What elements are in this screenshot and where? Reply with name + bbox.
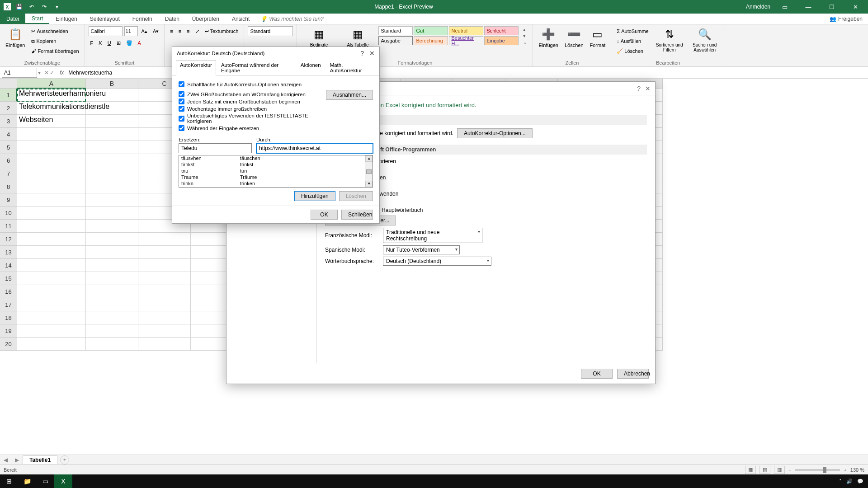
zoom-slider[interactable] [795, 469, 840, 471]
select-all-corner[interactable] [0, 79, 17, 89]
tab-formeln[interactable]: Formeln [126, 14, 159, 24]
style-neutral[interactable]: Neutral [449, 26, 483, 35]
sheet-tab-1[interactable]: Tabelle1 [23, 455, 57, 464]
cell-A18[interactable] [17, 311, 86, 324]
cell-A3[interactable]: Webseiten [17, 115, 86, 128]
french-modes-select[interactable]: Traditionelle und neue Rechtschreibung [383, 228, 482, 243]
format-painter-button[interactable]: 🖌Format übertragen [29, 46, 80, 56]
tab-daten[interactable]: Daten [159, 14, 186, 24]
autocorrect-list-row[interactable]: TraumeTräume [179, 174, 365, 181]
style-standard[interactable]: Standard [378, 26, 413, 35]
cell-B17[interactable] [86, 298, 138, 311]
check-capitalize-weekdays[interactable]: Wochentage immer großschreiben [179, 106, 321, 112]
paste-button[interactable]: 📋 Einfügen [4, 26, 27, 49]
font-color-button[interactable]: A [136, 39, 143, 47]
tab-einfuegen[interactable]: Einfügen [49, 14, 83, 24]
autocorrect-list-row[interactable]: tirnksttrinkst [179, 162, 365, 168]
cell-B16[interactable] [86, 285, 138, 298]
zoom-thumb[interactable] [823, 467, 826, 473]
cell-B11[interactable] [86, 220, 138, 233]
cell-B3[interactable] [86, 115, 138, 128]
tab-seitenlayout[interactable]: Seitenlayout [84, 14, 126, 24]
tell-me-search[interactable]: 💡 Was möchten Sie tun? [260, 14, 324, 24]
tray-up-icon[interactable]: ˄ [839, 479, 842, 484]
style-schlecht[interactable]: Schlecht [484, 26, 519, 35]
bold-button[interactable]: F [89, 39, 95, 47]
style-gallery-down-icon[interactable]: ▾ [521, 33, 529, 39]
row-header-14[interactable]: 14 [0, 259, 17, 272]
help-icon[interactable]: ? [360, 50, 364, 57]
column-header-A[interactable]: A [17, 79, 86, 89]
cell-A14[interactable] [17, 259, 86, 272]
excel-taskbar-icon[interactable]: X [54, 474, 72, 488]
cell-A5[interactable] [17, 141, 86, 154]
row-header-17[interactable]: 17 [0, 298, 17, 311]
cell-B8[interactable] [86, 180, 138, 193]
help-icon[interactable]: ? [637, 85, 641, 92]
exceptions-button[interactable]: Ausnahmen... [326, 90, 373, 100]
align-bottom-icon[interactable]: ≡ [185, 28, 191, 35]
sheet-nav-next-icon[interactable]: ▶ [11, 457, 23, 463]
cell-A2[interactable]: Telekommunikationsdienstle [17, 102, 86, 115]
italic-button[interactable]: K [97, 39, 104, 47]
cell-B20[interactable] [86, 338, 138, 351]
cancel-formula-icon[interactable]: ✕ [44, 70, 49, 76]
signin-link[interactable]: Anmelden [746, 4, 770, 10]
cell-B18[interactable] [86, 311, 138, 324]
sheet-nav-prev-icon[interactable]: ◀ [0, 457, 11, 463]
page-break-view-icon[interactable]: ▥ [774, 466, 785, 474]
sort-filter-button[interactable]: ⇅Sortieren und Filtern [653, 26, 686, 53]
cell-C20[interactable] [138, 338, 191, 351]
cell-B13[interactable] [86, 246, 138, 259]
tab-start[interactable]: Start [25, 14, 49, 24]
notifications-icon[interactable]: 💬 [857, 479, 863, 484]
add-sheet-button[interactable]: + [60, 455, 69, 465]
cell-A8[interactable] [17, 180, 86, 193]
style-gallery-up-icon[interactable]: ▴ [521, 26, 529, 33]
fill-button[interactable]: ↓Ausfüllen [615, 36, 650, 46]
maximize-button[interactable]: ☐ [823, 0, 841, 13]
cell-A1[interactable]: Mehrwertsteuerharmonieru [17, 89, 86, 102]
tab-datei[interactable]: Datei [0, 14, 25, 24]
cell-C14[interactable] [138, 259, 191, 272]
with-input[interactable] [256, 143, 373, 153]
row-header-12[interactable]: 12 [0, 233, 17, 246]
cell-A4[interactable] [17, 128, 86, 141]
zoom-out-icon[interactable]: − [788, 467, 791, 473]
minimize-button[interactable]: — [799, 0, 817, 13]
spanish-modes-select[interactable]: Nur Tuteo-Verbformen [383, 245, 460, 254]
style-ausgabe[interactable]: Ausgabe [378, 36, 413, 45]
row-header-5[interactable]: 5 [0, 141, 17, 154]
volume-icon[interactable]: 🔊 [846, 479, 853, 484]
cell-A17[interactable] [17, 298, 86, 311]
tab-ansicht[interactable]: Ansicht [226, 14, 256, 24]
align-middle-icon[interactable]: ≡ [177, 28, 183, 35]
copy-button[interactable]: ⧉Kopieren [29, 36, 80, 46]
autocorrect-list-row[interactable]: trinkntrinken [179, 181, 365, 187]
cell-C17[interactable] [138, 298, 191, 311]
align-top-icon[interactable]: ≡ [168, 28, 175, 35]
row-header-6[interactable]: 6 [0, 154, 17, 167]
border-button[interactable]: ⊞ [115, 39, 123, 47]
cell-A19[interactable] [17, 324, 86, 338]
close-icon[interactable]: ✕ [369, 50, 375, 57]
tab-autoformat[interactable]: AutoFormat während der Eingabe [217, 60, 296, 75]
autocorrect-list-row[interactable]: tnutun [179, 168, 365, 174]
zoom-in-icon[interactable]: + [844, 467, 846, 473]
cell-A10[interactable] [17, 206, 86, 220]
cell-B7[interactable] [86, 167, 138, 180]
cell-C15[interactable] [138, 272, 191, 285]
share-button[interactable]: 👥 Freigeben [824, 14, 868, 24]
options-ok-button[interactable]: OK [581, 369, 613, 379]
check-two-caps[interactable]: ZWei GRoßbuchstaben am WOrtanfang korrig… [179, 91, 321, 97]
cell-A15[interactable] [17, 272, 86, 285]
file-explorer-icon[interactable]: 📁 [18, 474, 36, 488]
list-scrollbar[interactable]: ▴ ▾ [365, 155, 373, 187]
row-header-19[interactable]: 19 [0, 324, 17, 338]
autocorrect-list-row[interactable]: täusvhentäuschen [179, 155, 365, 162]
save-icon[interactable]: 💾 [14, 2, 24, 11]
start-button[interactable]: ⊞ [0, 474, 18, 488]
name-box[interactable]: A1 [2, 68, 37, 78]
cell-B19[interactable] [86, 324, 138, 338]
options-cancel-button[interactable]: Abbrechen [617, 369, 649, 379]
